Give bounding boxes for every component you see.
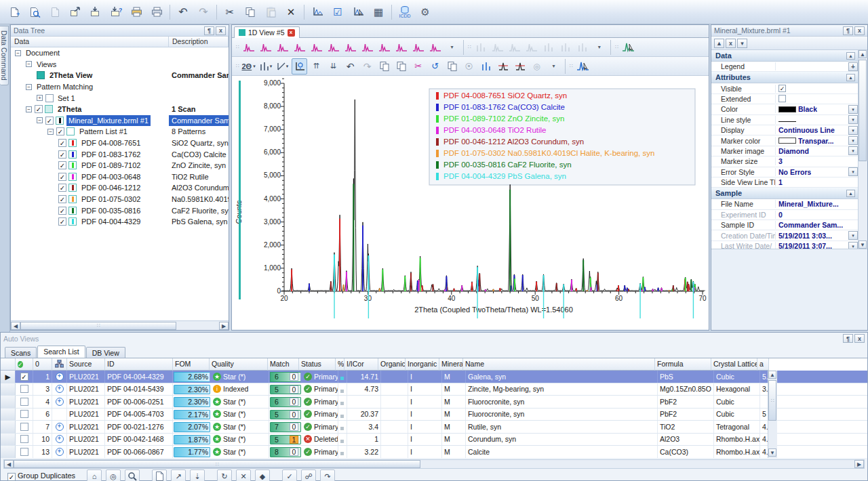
print-button[interactable] xyxy=(147,3,166,22)
cut-peaks-button[interactable] xyxy=(540,39,556,56)
column-header-plus[interactable] xyxy=(52,358,67,371)
column-header-pct[interactable]: % xyxy=(336,358,344,371)
refresh-tool-button[interactable]: ↻ xyxy=(217,469,232,481)
tree-row[interactable]: ✓PDF 04-003-0648TiO2 Rutile xyxy=(11,171,229,183)
tree-expander-icon[interactable]: − xyxy=(26,84,32,90)
column-header-num[interactable]: 0 xyxy=(33,358,52,371)
print-preview-button[interactable] xyxy=(127,3,146,22)
tree-row[interactable]: −Pattern Matching xyxy=(11,81,229,93)
cut-button[interactable]: ✂ xyxy=(220,3,239,22)
fourier-smooth-button[interactable] xyxy=(275,39,290,56)
property-section-header[interactable]: Sample▲ xyxy=(711,188,867,199)
property-row[interactable]: Experiment ID0 xyxy=(711,210,867,220)
column-header-match[interactable]: Match xyxy=(268,358,299,371)
column-header-description[interactable]: Description xyxy=(169,37,229,47)
remove-area-button[interactable] xyxy=(410,39,426,56)
intensity-bars-button[interactable] xyxy=(478,58,494,75)
search-list-vscrollbar[interactable]: ▲ ∷ ▼ xyxy=(768,371,777,458)
paste-range-button[interactable] xyxy=(393,58,409,75)
data-tree-hscrollbar[interactable]: ◀ ∷ ▶ xyxy=(11,320,229,330)
tree-row[interactable]: ✓PDF 04-004-4329PbS Galena, syn xyxy=(11,216,229,228)
restore-range-button[interactable]: ↺ xyxy=(427,58,443,75)
chart-area[interactable]: PDF 04-008-7651 SiO2 Quartz, synPDF 01-0… xyxy=(232,76,709,329)
import-file-button[interactable] xyxy=(86,3,105,22)
dropdown-icon[interactable]: ▾ xyxy=(848,231,858,240)
tree-row[interactable]: ✓PDF 01-089-7102ZnO Zincite, syn xyxy=(11,160,229,171)
move-right-button[interactable] xyxy=(490,39,505,56)
view-1d-button[interactable] xyxy=(308,3,327,22)
shift-pattern-button[interactable] xyxy=(309,39,324,56)
expand-plus-icon[interactable]: + xyxy=(56,435,64,443)
tree-row[interactable]: +Set 1 xyxy=(11,92,229,104)
expand-plus-icon[interactable]: + xyxy=(56,423,64,431)
tab-scans[interactable]: Scans xyxy=(5,347,37,358)
property-row[interactable]: Line style▾ xyxy=(711,115,867,125)
property-row[interactable]: Legend+ xyxy=(711,62,867,72)
dropdown-icon[interactable]: ▾ xyxy=(848,146,858,155)
column-header-status[interactable]: Status xyxy=(299,358,336,371)
property-section-header[interactable]: Attributes▲ xyxy=(711,72,867,83)
search-list-row[interactable]: 3+PLU2021PDF 04-014-54392.30%iIndexed50✓… xyxy=(1,383,867,396)
tree-checkbox[interactable] xyxy=(45,94,54,102)
pin-icon[interactable]: ¶ xyxy=(843,334,853,343)
select-pattern-cursor-button[interactable] xyxy=(620,39,635,56)
row-checkbox[interactable] xyxy=(20,398,28,406)
column-header-chk[interactable]: ✓ xyxy=(16,358,33,371)
copy-button[interactable] xyxy=(241,3,260,22)
column-header-data[interactable]: Data xyxy=(11,37,169,47)
replace-scan-button[interactable] xyxy=(292,39,307,56)
zoom-out-y-button[interactable]: ⇈ xyxy=(309,58,324,75)
more-dropdown-button[interactable]: ▾ xyxy=(546,58,561,75)
tree-row[interactable]: ✓PDF 00-046-1212Al2O3 Corundum, syn xyxy=(11,182,229,194)
scan-window-button[interactable] xyxy=(342,39,358,56)
strip-kalpha2-button[interactable] xyxy=(258,39,273,56)
column-header-name[interactable]: Name xyxy=(463,358,655,371)
scroll-left-icon[interactable]: ◀ xyxy=(11,322,20,330)
property-checkbox[interactable]: ✓ xyxy=(778,85,786,92)
merge-button[interactable]: ⦿ xyxy=(461,58,477,75)
collapse-all-icon[interactable]: ▲ xyxy=(714,39,724,48)
lock-peaks-button[interactable] xyxy=(557,39,573,56)
tree-row[interactable]: −Document xyxy=(11,47,229,59)
eye-tool-button[interactable]: ◎ xyxy=(106,469,121,481)
collapse-section-icon[interactable]: ▲ xyxy=(846,190,855,197)
tree-checkbox[interactable]: ✓ xyxy=(58,173,66,181)
tab-close-icon[interactable]: x xyxy=(288,29,295,37)
erase-tool-button[interactable]: ◆ xyxy=(255,469,270,481)
group-duplicates-checkbox[interactable]: ✓ xyxy=(7,473,16,481)
properties-vscrollbar[interactable]: ▲ ▼ xyxy=(858,50,867,249)
validate-tool-button[interactable]: ✓ xyxy=(282,469,297,481)
cell-chk[interactable] xyxy=(16,421,33,433)
column-header-mineral[interactable]: Mineral xyxy=(439,358,463,371)
zoom-fit-button[interactable] xyxy=(292,58,307,75)
copy-dropdown-button[interactable] xyxy=(444,58,460,75)
paste-button[interactable] xyxy=(261,3,280,22)
pin-icon[interactable]: ¶ xyxy=(843,26,853,35)
kb-strip-button[interactable] xyxy=(524,39,539,56)
export-tool-button[interactable]: ↗ xyxy=(171,469,186,481)
copy-tool-button[interactable]: ☍ xyxy=(301,469,316,481)
column-header-formula[interactable]: Formula xyxy=(655,358,711,371)
cell-chk[interactable] xyxy=(16,396,33,408)
tab-db-view[interactable]: DB View xyxy=(86,347,125,358)
tree-row[interactable]: ✓PDF 01-083-1762Ca(CO3) Calcite xyxy=(11,148,229,160)
move-next-button[interactable] xyxy=(507,39,522,56)
search-list-row[interactable]: 4+PLU2021PDF 00-006-02512.30%★Star (*)60… xyxy=(1,396,867,409)
close-icon[interactable]: x xyxy=(854,26,865,35)
column-header-icor[interactable]: I/ICor xyxy=(344,358,378,371)
export-window-button[interactable] xyxy=(66,3,85,22)
column-header-inorganic[interactable]: Inorganic xyxy=(406,358,439,371)
axis-2theta-dropdown-button[interactable]: 2Θ▾ xyxy=(241,58,256,75)
append-area-button[interactable] xyxy=(376,39,392,56)
zoom-curve-button[interactable] xyxy=(574,58,590,75)
property-section-header[interactable]: Data▲ xyxy=(711,50,867,62)
tree-checkbox[interactable]: ✓ xyxy=(58,150,66,159)
dropdown-icon[interactable]: ▾ xyxy=(848,167,858,176)
visibility-button[interactable]: ◎ xyxy=(529,58,545,75)
collapse-section-icon[interactable]: ▲ xyxy=(846,52,855,60)
search-list-row[interactable]: 10+PLU2021PDF 00-042-14681.87%★Star (*)5… xyxy=(1,434,867,446)
tab-1d-view[interactable]: 1D View #5 x xyxy=(234,26,300,38)
expand-plus-icon[interactable]: + xyxy=(56,385,64,393)
cut-range-button[interactable]: ✂ xyxy=(410,58,426,75)
row-checkbox[interactable] xyxy=(20,423,28,431)
